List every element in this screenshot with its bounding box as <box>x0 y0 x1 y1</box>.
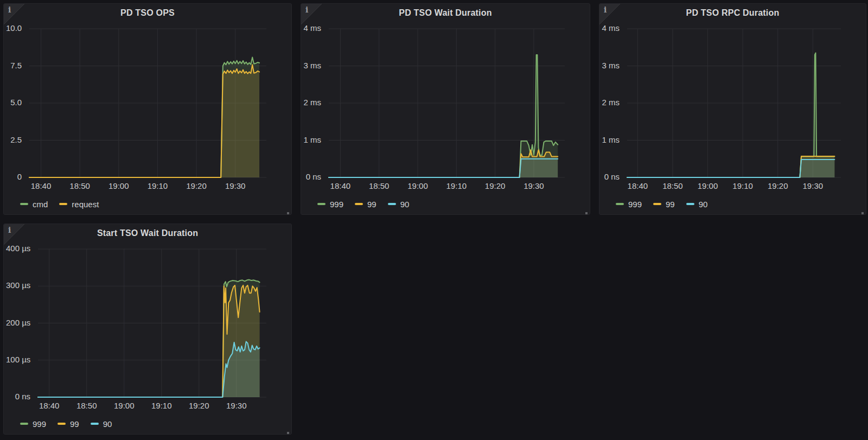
legend-item-999[interactable]: 999 <box>20 419 46 429</box>
panel-header[interactable]: PD TSO OPS <box>4 4 291 22</box>
info-icon[interactable]: i <box>305 5 308 15</box>
x-axis-label: 19:30 <box>212 401 261 410</box>
chart-area[interactable]: 02.55.07.510.018:4018:5019:0019:1019:201… <box>6 22 289 194</box>
y-axis-label: 2 ms <box>303 98 321 107</box>
legend-series-label: cmd <box>33 200 48 209</box>
legend-item-99[interactable]: 99 <box>355 200 376 209</box>
chart-area[interactable]: 0 ns1 ms2 ms3 ms4 ms18:4018:5019:0019:10… <box>602 22 864 194</box>
chart-canvas[interactable] <box>6 22 289 194</box>
chart-canvas[interactable] <box>602 22 864 194</box>
y-axis-label: 0 ns <box>6 392 30 401</box>
legend-item-cmd[interactable]: cmd <box>20 200 48 209</box>
legend-series-swatch <box>317 203 326 205</box>
legend-series-swatch <box>355 203 363 205</box>
legend-item-99[interactable]: 99 <box>653 200 675 209</box>
y-axis-label: 4 ms <box>602 23 620 33</box>
legend-series-swatch <box>20 203 28 205</box>
legend-series-label: 99 <box>70 419 79 429</box>
y-axis-label: 400 µs <box>6 244 30 253</box>
panel-title[interactable]: PD TSO RPC Duration <box>686 8 780 18</box>
x-axis-label: 19:30 <box>211 181 260 190</box>
resize-handle-icon[interactable] <box>859 207 864 213</box>
panel-legend: 9999990 <box>4 413 291 434</box>
panel-title[interactable]: PD TSO Wait Duration <box>399 8 492 18</box>
legend-series-label: 99 <box>666 200 675 209</box>
panel-header[interactable]: PD TSO RPC Duration <box>599 4 866 22</box>
y-axis-label: 0 ns <box>303 172 321 181</box>
y-axis-label: 200 µs <box>6 318 30 327</box>
panel-title[interactable]: PD TSO OPS <box>120 8 175 18</box>
info-icon[interactable]: i <box>8 5 11 15</box>
grafana-dashboard: i PD TSO OPS 02.55.07.510.018:4018:5019:… <box>0 0 868 440</box>
legend-item-999[interactable]: 999 <box>317 200 343 209</box>
legend-series-label: 90 <box>699 200 708 209</box>
y-axis-label: 1 ms <box>602 135 620 144</box>
chart-area[interactable]: 0 ns1 ms2 ms3 ms4 ms18:4018:5019:0019:10… <box>303 22 588 194</box>
legend-series-label: 999 <box>33 419 46 429</box>
legend-series-swatch <box>653 203 661 205</box>
y-axis-label: 7.5 <box>6 61 22 70</box>
legend-series-label: 90 <box>400 200 410 209</box>
y-axis-label: 2 ms <box>602 98 620 107</box>
legend-series-label: 99 <box>367 200 376 209</box>
y-axis-label: 0 <box>6 172 22 181</box>
panel-start-tso-wait-duration: i Start TSO Wait Duration 0 ns100 µs200 … <box>3 224 292 435</box>
resize-handle-icon[interactable] <box>583 207 588 213</box>
y-axis-label: 4 ms <box>303 23 321 33</box>
legend-series-swatch <box>59 203 67 205</box>
panel-title[interactable]: Start TSO Wait Duration <box>97 228 198 238</box>
panel-pd-tso-ops: i PD TSO OPS 02.55.07.510.018:4018:5019:… <box>3 3 292 215</box>
y-axis-label: 10.0 <box>6 23 22 33</box>
y-axis-label: 1 ms <box>303 135 321 144</box>
info-icon[interactable]: i <box>604 5 607 15</box>
legend-item-99[interactable]: 99 <box>58 419 79 429</box>
legend-item-request[interactable]: request <box>59 200 99 209</box>
legend-series-label: 999 <box>628 200 642 209</box>
chart-canvas[interactable] <box>303 22 588 194</box>
y-axis-label: 300 µs <box>6 280 30 290</box>
legend-item-90[interactable]: 90 <box>91 419 112 429</box>
legend-series-swatch <box>616 203 624 205</box>
chart-area[interactable]: 0 ns100 µs200 µs300 µs400 µs18:4018:5019… <box>6 243 289 413</box>
legend-item-999[interactable]: 999 <box>616 200 642 209</box>
legend-series-label: 999 <box>330 200 343 209</box>
legend-item-90[interactable]: 90 <box>686 200 708 209</box>
panel-header[interactable]: Start TSO Wait Duration <box>4 224 291 243</box>
legend-series-swatch <box>388 203 396 205</box>
legend-series-swatch <box>58 423 66 425</box>
legend-item-90[interactable]: 90 <box>388 200 410 209</box>
panel-legend: 9999990 <box>301 194 590 214</box>
y-axis-label: 3 ms <box>303 61 321 70</box>
y-axis-label: 3 ms <box>602 61 620 70</box>
legend-series-swatch <box>20 423 28 425</box>
x-axis-label: 19:30 <box>788 181 837 190</box>
panel-legend: 9999990 <box>599 194 866 214</box>
y-axis-label: 2.5 <box>6 135 22 144</box>
panel-pd-tso-rpc-duration: i PD TSO RPC Duration 0 ns1 ms2 ms3 ms4 … <box>599 3 866 215</box>
legend-series-swatch <box>91 423 99 425</box>
resize-handle-icon[interactable] <box>284 427 290 432</box>
legend-series-swatch <box>686 203 694 205</box>
legend-series-label: 90 <box>103 419 112 429</box>
x-axis-label: 19:30 <box>509 181 558 190</box>
y-axis-label: 0 ns <box>602 172 620 181</box>
y-axis-label: 100 µs <box>6 355 30 364</box>
info-icon[interactable]: i <box>8 225 11 235</box>
legend-series-label: request <box>72 200 99 209</box>
panel-legend: cmdrequest <box>4 194 291 214</box>
panel-header[interactable]: PD TSO Wait Duration <box>301 4 590 22</box>
y-axis-label: 5.0 <box>6 98 22 107</box>
panel-pd-tso-wait-duration: i PD TSO Wait Duration 0 ns1 ms2 ms3 ms4… <box>301 3 590 215</box>
resize-handle-icon[interactable] <box>284 207 290 213</box>
chart-canvas[interactable] <box>6 243 289 413</box>
